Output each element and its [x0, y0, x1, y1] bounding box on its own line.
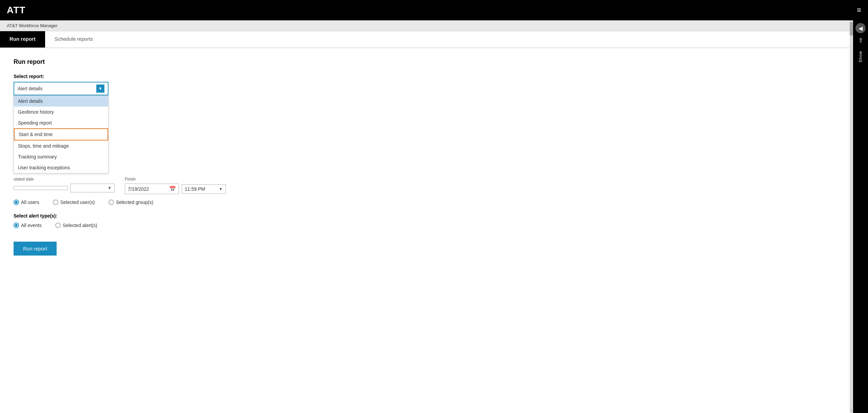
- top-bar: ATT ≡: [0, 0, 868, 20]
- scrollbar-thumb[interactable]: [850, 22, 853, 36]
- dropdown-item-stops-time-mileage[interactable]: Stops, time and mileage: [14, 140, 108, 151]
- run-report-button[interactable]: Run report: [14, 242, 57, 256]
- finish-time-select[interactable]: 11:59 PM ▼: [182, 184, 226, 194]
- select-report-arrow-icon: ▼: [96, 85, 104, 93]
- radio-selected-users[interactable]: Selected user(s): [53, 200, 95, 205]
- start-time-select[interactable]: ▼: [71, 184, 115, 192]
- radio-all-users-circle: [14, 200, 19, 205]
- main-content: Run report Select report: Alert details …: [0, 48, 853, 266]
- finish-time-value: 11:59 PM: [185, 186, 205, 192]
- finish-date-calendar-icon: 📅: [169, 186, 176, 192]
- alert-type-section: Select alert type(s): All events Selecte…: [14, 213, 840, 228]
- dropdown-item-geofence-history[interactable]: Geofence history: [14, 107, 108, 117]
- radio-selected-alerts[interactable]: Selected alert(s): [55, 223, 97, 228]
- dropdown-item-start-end-time[interactable]: Start & end time: [14, 128, 108, 140]
- radio-selected-alerts-circle: [55, 223, 61, 228]
- dropdown-item-alert-details[interactable]: Alert details: [14, 96, 108, 107]
- start-time-arrow-icon: ▼: [107, 186, 112, 190]
- radio-selected-users-circle: [53, 200, 58, 205]
- finish-time-arrow-icon: ▼: [219, 187, 223, 191]
- select-report-wrapper: Alert details ▼ Alert details Geofence h…: [14, 82, 108, 95]
- radio-all-users[interactable]: All users: [14, 200, 39, 205]
- radio-all-events-circle: [14, 223, 19, 228]
- users-radio-group: All users Selected user(s) Selected grou…: [14, 200, 840, 205]
- simulated-date-group: ulated date ▼: [14, 177, 115, 192]
- select-report-value: Alert details: [18, 86, 42, 91]
- select-report-label: Select report:: [14, 74, 840, 79]
- alert-type-label: Select alert type(s):: [14, 213, 840, 219]
- radio-selected-groups[interactable]: Selected group(s): [108, 200, 154, 205]
- section-title: Run report: [14, 58, 840, 65]
- select-report-trigger[interactable]: Alert details ▼: [14, 82, 108, 95]
- side-panel: ◀ ⇧ Show: [853, 20, 868, 266]
- tab-run-report[interactable]: Run report: [0, 31, 45, 48]
- tab-bar: Run report Schedule reports: [0, 31, 868, 48]
- radio-all-events[interactable]: All events: [14, 223, 42, 228]
- finish-date-value: 7/19/2022: [128, 186, 149, 192]
- simulated-date-label: ulated date: [14, 177, 115, 182]
- dropdown-list: Alert details Geofence history Speeding …: [14, 95, 108, 173]
- finish-label: Finish: [125, 177, 226, 182]
- scroll-up-arrow[interactable]: ⇧: [858, 33, 863, 48]
- dropdown-item-tracking-summary[interactable]: Tracking summary: [14, 151, 108, 162]
- alert-type-radio-group: All events Selected alert(s): [14, 223, 840, 228]
- dropdown-item-speeding-report[interactable]: Speeding report: [14, 117, 108, 128]
- start-date-input[interactable]: [14, 186, 68, 190]
- finish-date-group: Finish 7/19/2022 📅 11:59 PM ▼: [125, 177, 226, 194]
- side-panel-back-button[interactable]: ◀: [855, 23, 866, 33]
- show-label[interactable]: Show: [858, 48, 863, 66]
- tab-schedule-reports[interactable]: Schedule reports: [45, 31, 102, 48]
- datetime-row: ulated date ▼ Finish 7/19/2022 📅: [14, 177, 840, 194]
- radio-selected-groups-circle: [108, 200, 114, 205]
- breadcrumb: AT&T Workforce Manager: [0, 20, 868, 31]
- app-logo: ATT: [7, 5, 25, 16]
- dropdown-item-user-tracking-exceptions[interactable]: User tracking exceptions: [14, 162, 108, 173]
- finish-date-input[interactable]: 7/19/2022 📅: [125, 184, 179, 194]
- hamburger-menu-icon[interactable]: ≡: [857, 6, 861, 15]
